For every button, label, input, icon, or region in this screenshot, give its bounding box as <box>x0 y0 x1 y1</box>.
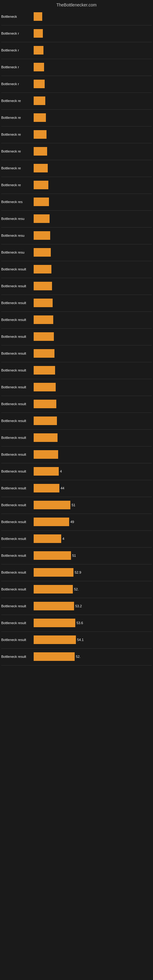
bar <box>33 585 73 593</box>
bar-label: Bottleneck result <box>0 621 33 625</box>
bar-label: Bottleneck result <box>0 284 33 288</box>
bar <box>33 181 48 189</box>
bar <box>33 467 59 476</box>
bar <box>33 215 49 223</box>
bar <box>33 535 61 543</box>
bar-container <box>33 417 153 425</box>
bar-label: Bottleneck re <box>0 150 33 153</box>
bar-value: 51 <box>72 554 76 557</box>
bar-row: Bottleneck result4 <box>0 531 153 547</box>
bar-container <box>33 349 153 358</box>
bar-label: Bottleneck result <box>0 402 33 406</box>
bar-label: Bottleneck result <box>0 655 33 659</box>
bar-label: Bottleneck result <box>0 453 33 456</box>
bar-container <box>33 164 153 172</box>
bar-label: Bottleneck result <box>0 554 33 557</box>
bar-container <box>33 366 153 375</box>
bar-label: Bottleneck re <box>0 133 33 136</box>
bar <box>33 417 57 425</box>
bar <box>33 46 43 54</box>
bar-row: Bottleneck re <box>0 177 153 193</box>
bar-row: Bottleneck result53.6 <box>0 615 153 631</box>
bar-container <box>33 113 153 122</box>
bar-row: Bottleneck result <box>0 295 153 311</box>
bar-row: Bottleneck result <box>0 345 153 361</box>
bar-container <box>33 282 153 290</box>
bar-row: Bottleneck <box>0 9 153 24</box>
bar-row: Bottleneck re <box>0 126 153 142</box>
bar-label: Bottleneck resu <box>0 217 33 221</box>
bar-container <box>33 265 153 274</box>
bar-container <box>33 181 153 189</box>
bar-container <box>33 215 153 223</box>
bar <box>33 366 55 375</box>
bar-row: Bottleneck r <box>0 59 153 75</box>
bar <box>33 113 46 122</box>
bar-label: Bottleneck result <box>0 638 33 641</box>
bar-label: Bottleneck result <box>0 486 33 490</box>
bar-row: Bottleneck r <box>0 42 153 58</box>
bar-label: Bottleneck result <box>0 352 33 355</box>
bar-value: 44 <box>61 486 64 490</box>
bar-label: Bottleneck result <box>0 503 33 507</box>
bar <box>33 282 52 290</box>
bar <box>33 265 51 274</box>
bar-value: 53.6 <box>76 621 83 625</box>
bar-container <box>33 130 153 139</box>
bar-row: Bottleneck resu <box>0 211 153 227</box>
bar-label: Bottleneck result <box>0 318 33 321</box>
bar-container: 51 <box>33 551 153 560</box>
bar-row: Bottleneck result51 <box>0 497 153 513</box>
bar <box>33 147 47 156</box>
bar-container <box>33 433 153 442</box>
bar-container: 54.1 <box>33 635 153 644</box>
bar-container <box>33 147 153 156</box>
bar <box>33 12 42 21</box>
bar <box>33 517 69 526</box>
bar-container <box>33 63 153 72</box>
bar-container <box>33 197 153 206</box>
bar-value: 51 <box>72 503 75 507</box>
bar-row: Bottleneck result44 <box>0 480 153 496</box>
bar-row: Bottleneck result <box>0 312 153 328</box>
bar-row: Bottleneck re <box>0 110 153 126</box>
bar-value: 4 <box>60 469 62 473</box>
bar-row: Bottleneck result <box>0 379 153 395</box>
bar-container: 51 <box>33 501 153 509</box>
bar-label: Bottleneck r <box>0 65 33 69</box>
bar-row: Bottleneck result <box>0 430 153 445</box>
bar-container: 53.6 <box>33 619 153 627</box>
bar-value: 49 <box>70 520 74 524</box>
bar-container <box>33 383 153 391</box>
bar-row: Bottleneck result <box>0 413 153 429</box>
bar-container <box>33 97 153 105</box>
bar <box>33 299 53 307</box>
bar-container: 44 <box>33 484 153 492</box>
bar-value: 52. <box>74 587 79 591</box>
bar <box>33 349 54 358</box>
bar-container <box>33 315 153 324</box>
bar-label: Bottleneck result <box>0 520 33 524</box>
bar-row: Bottleneck r <box>0 76 153 92</box>
bar-label: Bottleneck r <box>0 48 33 52</box>
bar-row: Bottleneck res <box>0 194 153 210</box>
bar-value: 52.9 <box>75 571 81 574</box>
bar-row: Bottleneck result <box>0 329 153 345</box>
bar <box>33 652 75 661</box>
bar <box>33 602 74 610</box>
bar-value: 54.1 <box>77 638 83 641</box>
bar-label: Bottleneck result <box>0 436 33 439</box>
bar-label: Bottleneck result <box>0 385 33 389</box>
bar <box>33 551 71 560</box>
bar-row: Bottleneck result53.2 <box>0 598 153 614</box>
bar-container <box>33 450 153 459</box>
bar-container: 52. <box>33 652 153 661</box>
bar-container: 52. <box>33 585 153 593</box>
bar-label: Bottleneck resu <box>0 234 33 237</box>
bar-label: Bottleneck result <box>0 267 33 271</box>
bar-row: Bottleneck re <box>0 160 153 176</box>
bar <box>33 433 57 442</box>
bar <box>33 231 50 240</box>
bar <box>33 164 48 172</box>
bar-row: Bottleneck resu <box>0 244 153 260</box>
